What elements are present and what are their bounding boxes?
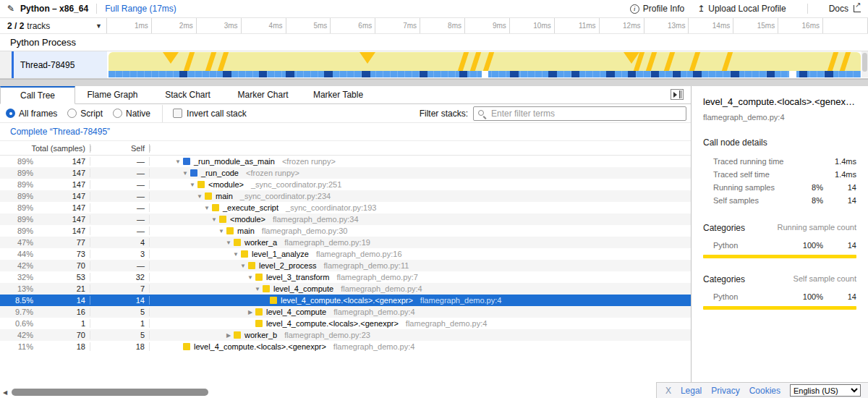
scrollbar-thumb[interactable]	[862, 53, 867, 72]
collapse-icon[interactable]: ▼	[195, 193, 205, 200]
marker-slash-icon[interactable]	[184, 52, 195, 71]
table-row[interactable]: 13%217▼level_4_computeflamegraph_demo.py…	[0, 283, 691, 295]
horizontal-scrollbar[interactable]: ◀	[0, 388, 691, 397]
invert-call-stack-toggle[interactable]: Invert call stack	[173, 109, 247, 119]
column-total[interactable]: Total (samples)	[0, 144, 90, 153]
marker-triangle-icon[interactable]	[359, 52, 375, 64]
scrollbar-thumb[interactable]	[12, 389, 208, 396]
collapse-icon[interactable]: ▼	[209, 216, 219, 223]
sample-cluster	[179, 71, 187, 77]
category-row: Python100%14	[703, 290, 856, 303]
profile-info-button[interactable]: i Profile Info	[630, 4, 684, 14]
thread-track-label[interactable]: Thread-78495	[0, 51, 107, 78]
tab-flame-graph[interactable]: Flame Graph	[75, 86, 150, 103]
table-row[interactable]: 44%733▼level_1_analyzeflamegraph_demo.py…	[0, 248, 691, 260]
expand-icon[interactable]: ▶	[245, 309, 255, 316]
table-row[interactable]: 89%147—▼mainflamegraph_demo.py:30	[0, 225, 691, 237]
radio-icon[interactable]	[6, 109, 15, 118]
table-row[interactable]: 89%147—▼_run_code<frozen runpy>	[0, 167, 691, 179]
table-row[interactable]: 89%147—▼_execute_script_sync_coordinator…	[0, 202, 691, 213]
info-icon: i	[630, 4, 639, 14]
collapse-icon[interactable]: ▼	[224, 240, 234, 246]
radio-all-frames[interactable]: All frames	[6, 109, 57, 119]
table-row[interactable]: 32%5332▼level_3_transformflamegraph_demo…	[0, 271, 691, 283]
radio-icon[interactable]	[67, 109, 77, 118]
ruler-tick: 7ms	[375, 18, 420, 33]
table-row[interactable]: 42%70—▼level_2_processflamegraph_demo.py…	[0, 260, 691, 271]
scroll-left-icon[interactable]: ◀	[0, 389, 10, 396]
process-track-header[interactable]: Python Process	[0, 34, 868, 51]
footer-link-cookies[interactable]: Cookies	[749, 386, 780, 396]
sidebar-toggle-button[interactable]	[671, 89, 684, 100]
timeline-vertical-scrollbar[interactable]	[861, 51, 868, 77]
language-select[interactable]: English (US)	[790, 384, 861, 397]
tracks-dropdown[interactable]: 2 / 2 tracks ▼	[0, 18, 107, 33]
table-row[interactable]: 89%147—▼<module>_sync_coordinator.py:251	[0, 179, 691, 190]
filter-stacks: Filter stacks:	[420, 106, 691, 121]
collapse-icon[interactable]: ▼	[245, 274, 255, 281]
collapse-icon[interactable]: ▼	[238, 263, 248, 269]
category-swatch	[219, 216, 226, 223]
tab-call-tree[interactable]: Call Tree	[0, 86, 75, 104]
column-self[interactable]: Self	[90, 144, 150, 153]
tab-stack-chart[interactable]: Stack Chart	[150, 86, 226, 103]
marker-slash-icon[interactable]	[827, 52, 838, 71]
cell-total-percent: 13%	[0, 284, 38, 293]
edit-profile-name-icon[interactable]: ✎	[7, 4, 14, 14]
table-row[interactable]: 8.5%1414level_4_compute.<locals>.<genexp…	[0, 295, 691, 306]
marker-slash-icon[interactable]	[483, 52, 494, 71]
table-row[interactable]: 9.7%165▶level_4_computeflamegraph_demo.p…	[0, 306, 691, 318]
category-swatch	[183, 343, 190, 350]
call-node-details: Traced running time1.4msTraced self time…	[703, 155, 856, 207]
table-row[interactable]: 11%1818level_4_compute.<locals>.<genexpr…	[0, 341, 691, 352]
upload-profile-button[interactable]: ↥ Upload Local Profile	[697, 4, 786, 14]
collapse-icon[interactable]: ▼	[202, 205, 212, 211]
marker-slash-icon[interactable]	[457, 52, 468, 71]
collapse-icon[interactable]: ▼	[231, 251, 241, 258]
docs-link[interactable]: Docs	[829, 4, 861, 14]
timeline-ruler[interactable]: 1ms2ms3ms4ms5ms6ms7ms8ms9ms10ms11ms12ms1…	[107, 18, 868, 33]
marker-slash-icon[interactable]	[470, 52, 481, 71]
marker-slash-icon[interactable]	[645, 52, 656, 71]
radio-native[interactable]: Native	[113, 109, 150, 119]
table-row[interactable]: 89%147—▼<module>flamegraph_demo.py:34	[0, 213, 691, 225]
table-row[interactable]: 89%147—▼_run_module_as_main<frozen runpy…	[0, 156, 691, 167]
marker-slash-icon[interactable]	[663, 52, 674, 71]
cpu-usage-graph[interactable]	[109, 52, 861, 71]
collapse-icon[interactable]: ▼	[180, 170, 190, 177]
thread-activity-graph[interactable]	[107, 51, 861, 78]
samples-strip[interactable]	[109, 71, 861, 77]
filter-input[interactable]	[473, 106, 686, 121]
footer-link-legal[interactable]: Legal	[681, 386, 702, 396]
footer-close-button[interactable]: X	[665, 386, 671, 396]
scrollbar-track[interactable]	[10, 389, 691, 396]
table-row[interactable]: 0.6%11level_4_compute.<locals>.<genexpr>…	[0, 318, 691, 329]
marker-slash-icon[interactable]	[689, 52, 700, 71]
tab-marker-chart[interactable]: Marker Chart	[226, 86, 301, 103]
invert-checkbox[interactable]	[173, 109, 182, 118]
category-swatch	[226, 227, 234, 234]
complete-thread-link[interactable]: Complete “Thread-78495”	[10, 127, 110, 137]
marker-slash-icon[interactable]	[722, 52, 733, 71]
full-range-link[interactable]: Full Range (17ms)	[105, 4, 176, 14]
thread-track[interactable]: Thread-78495	[0, 51, 868, 79]
collapse-icon[interactable]: ▼	[173, 158, 183, 165]
collapse-icon[interactable]: ▼	[187, 182, 197, 188]
tab-marker-table[interactable]: Marker Table	[301, 86, 376, 103]
table-row[interactable]: 89%147—▼main_sync_coordinator.py:234	[0, 190, 691, 202]
expand-icon[interactable]: ▶	[224, 332, 234, 339]
marker-triangle-icon[interactable]	[163, 52, 179, 64]
table-row[interactable]: 47%774▼worker_aflamegraph_demo.py:19	[0, 237, 691, 248]
radio-icon[interactable]	[113, 109, 122, 118]
footer-link-privacy[interactable]: Privacy	[711, 386, 739, 396]
radio-script[interactable]: Script	[67, 109, 103, 119]
timeline-splitter[interactable]	[0, 79, 868, 86]
collapse-icon[interactable]: ▼	[252, 286, 263, 292]
collapse-icon[interactable]: ▼	[216, 228, 226, 234]
cell-total-percent: 32%	[0, 273, 38, 281]
marker-slash-icon[interactable]	[218, 52, 229, 71]
marker-slash-icon[interactable]	[840, 52, 851, 71]
table-row[interactable]: 42%705▶worker_bflamegraph_demo.py:23	[0, 329, 691, 341]
marker-slash-icon[interactable]	[205, 52, 216, 71]
function-file: _sync_coordinator.py:234	[240, 192, 331, 200]
